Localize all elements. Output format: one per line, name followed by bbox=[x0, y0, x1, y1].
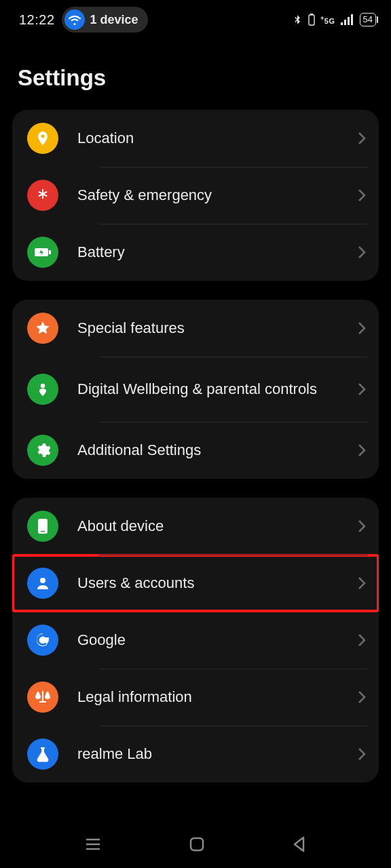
wifi-icon bbox=[64, 9, 85, 30]
settings-group: Special features Digital Wellbeing & par… bbox=[12, 300, 379, 479]
row-label: Safety & emergency bbox=[77, 186, 220, 205]
google-icon bbox=[27, 625, 58, 656]
phone-icon bbox=[27, 511, 58, 542]
svg-point-11 bbox=[40, 578, 45, 583]
asterisk-icon bbox=[27, 180, 58, 211]
status-bar: 12:22 1 device +5G 54 bbox=[0, 0, 391, 39]
chevron-right-icon bbox=[357, 245, 367, 260]
recent-apps-button[interactable] bbox=[83, 836, 103, 852]
row-label: Battery bbox=[77, 243, 133, 262]
home-button[interactable] bbox=[188, 835, 206, 853]
flask-icon bbox=[27, 738, 58, 770]
svg-rect-3 bbox=[344, 20, 346, 25]
chevron-right-icon bbox=[357, 690, 367, 705]
chevron-right-icon bbox=[357, 382, 367, 397]
svg-rect-10 bbox=[41, 531, 45, 532]
chevron-right-icon bbox=[357, 131, 367, 146]
row-label: realme Lab bbox=[77, 745, 160, 764]
battery-icon bbox=[27, 237, 58, 268]
settings-row-special[interactable]: Special features bbox=[12, 300, 379, 357]
row-label: About device bbox=[77, 517, 172, 536]
row-label: Google bbox=[77, 631, 134, 650]
svg-rect-7 bbox=[49, 250, 51, 254]
settings-row-legal[interactable]: Legal information bbox=[12, 669, 379, 726]
settings-row-users[interactable]: Users & accounts bbox=[12, 555, 379, 612]
gear-icon bbox=[27, 435, 58, 466]
row-label: Legal information bbox=[77, 688, 200, 707]
row-label: Digital Wellbeing & parental controls bbox=[77, 380, 325, 399]
chevron-right-icon bbox=[357, 576, 367, 591]
status-clock: 12:22 bbox=[19, 12, 55, 28]
svg-point-8 bbox=[41, 384, 45, 388]
settings-group: About device Users & accounts Google Leg… bbox=[12, 498, 379, 783]
settings-row-wellbeing[interactable]: Digital Wellbeing & parental controls bbox=[12, 357, 379, 422]
chevron-right-icon bbox=[357, 747, 367, 762]
page-title: Settings bbox=[18, 65, 373, 91]
battery-level: 54 bbox=[360, 13, 376, 26]
chevron-right-icon bbox=[357, 321, 367, 336]
svg-rect-4 bbox=[348, 17, 350, 25]
chevron-right-icon bbox=[357, 519, 367, 534]
star-icon bbox=[27, 313, 58, 344]
person-icon bbox=[27, 568, 58, 599]
row-label: Location bbox=[77, 129, 142, 148]
settings-row-lab[interactable]: realme Lab bbox=[12, 726, 379, 783]
settings-row-battery[interactable]: Battery bbox=[12, 224, 379, 281]
bluetooth-icon bbox=[292, 13, 303, 26]
signal-bars-icon bbox=[341, 14, 354, 25]
settings-group: Location Safety & emergency Battery bbox=[12, 110, 379, 281]
settings-row-google[interactable]: Google bbox=[12, 612, 379, 669]
connected-device-chip[interactable]: 1 device bbox=[62, 7, 148, 33]
chevron-right-icon bbox=[357, 633, 367, 648]
settings-row-about[interactable]: About device bbox=[12, 498, 379, 555]
svg-rect-2 bbox=[341, 22, 343, 25]
scales-icon bbox=[27, 682, 58, 713]
chevron-right-icon bbox=[357, 443, 367, 458]
svg-rect-5 bbox=[351, 14, 353, 25]
svg-rect-15 bbox=[191, 838, 203, 850]
chevron-right-icon bbox=[357, 188, 367, 203]
network-type-label: +5G bbox=[320, 15, 335, 25]
connected-device-label: 1 device bbox=[90, 13, 138, 27]
row-label: Special features bbox=[77, 319, 193, 338]
row-label: Additional Settings bbox=[77, 441, 209, 460]
row-label: Users & accounts bbox=[77, 574, 202, 593]
battery-saver-icon bbox=[308, 14, 315, 26]
location-pin-icon bbox=[27, 123, 58, 154]
settings-row-safety[interactable]: Safety & emergency bbox=[12, 167, 379, 224]
page-header: Settings bbox=[0, 39, 391, 110]
svg-rect-0 bbox=[309, 15, 314, 25]
system-nav-bar bbox=[0, 821, 391, 868]
heart-person-icon bbox=[27, 374, 58, 405]
settings-row-additional[interactable]: Additional Settings bbox=[12, 422, 379, 479]
settings-row-location[interactable]: Location bbox=[12, 110, 379, 167]
svg-rect-1 bbox=[310, 14, 313, 15]
back-button[interactable] bbox=[291, 835, 308, 853]
